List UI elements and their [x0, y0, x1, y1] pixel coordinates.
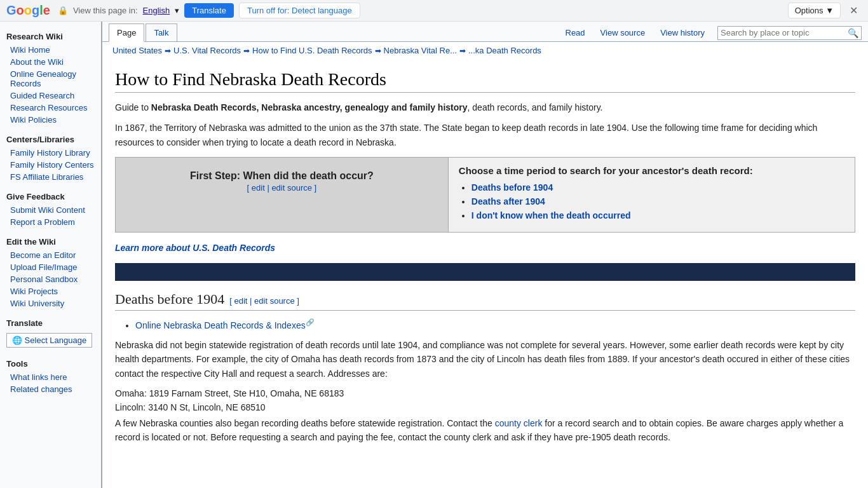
progress-bar — [115, 263, 855, 281]
tab-page[interactable]: Page — [109, 24, 144, 42]
lock-icon: 🔒 — [58, 6, 68, 15]
breadcrumb-us-death[interactable]: How to Find U.S. Death Records — [252, 46, 372, 55]
online-records-list-item: Online Nebraska Death Records & Indexes🔗 — [135, 318, 855, 330]
lead-bold: Nebraska Death Records, Nebraska ancestr… — [151, 102, 468, 112]
first-step-edit-link[interactable]: [ edit — [247, 183, 265, 193]
online-records-list: Online Nebraska Death Records & Indexes🔗 — [115, 318, 855, 330]
section1-heading: Deaths before 1904 [ edit | edit source … — [115, 291, 855, 311]
sidebar-item-online-genealogy[interactable]: Online Genealogy Records — [0, 68, 101, 90]
sidebar-item-wiki-policies[interactable]: Wiki Policies — [0, 114, 101, 126]
lincoln-address: Lincoln: 3140 N St, Lincoln, NE 68510 — [115, 402, 855, 412]
sidebar-item-what-links[interactable]: What links here — [0, 371, 101, 383]
breadcrumb-us[interactable]: United States — [112, 46, 162, 55]
tab-talk[interactable]: Talk — [146, 24, 177, 41]
first-step-heading: First Step: When did the death occur? [ … — [126, 170, 438, 193]
link-deaths-before-1904[interactable]: Deaths before 1904 — [471, 182, 553, 193]
list-item-deaths-before: Deaths before 1904 — [471, 182, 844, 193]
sidebar-section-title: Centers/Libraries — [0, 131, 101, 147]
body2-pre: A few Nebraska counties also began recor… — [115, 418, 495, 428]
omaha-address: Omaha: 1819 Farnam Street, Ste H10, Omah… — [115, 388, 855, 398]
sidebar-item-related-changes[interactable]: Related changes — [0, 383, 101, 395]
tab-view-source[interactable]: View source — [593, 24, 653, 41]
language-link[interactable]: English — [143, 6, 170, 15]
search-input[interactable] — [721, 28, 848, 37]
translate-bar: Google 🔒 View this page in: English▾ Tra… — [0, 0, 868, 22]
options-button[interactable]: Options ▼ — [788, 3, 841, 18]
tab-view-history[interactable]: View history — [653, 24, 712, 41]
breadcrumb-arrow-4: ➡ — [459, 46, 466, 55]
sidebar-item-about-wiki[interactable]: About the Wiki — [0, 56, 101, 68]
breadcrumb-nebraska-death[interactable]: ...ka Death Records — [468, 46, 541, 55]
sidebar-section-title: Research Wiki — [0, 28, 101, 44]
section1-edit-link[interactable]: [ edit — [229, 296, 247, 306]
lead-paragraph: Guide to Nebraska Death Records, Nebrask… — [115, 100, 855, 114]
sidebar-item-research-resources[interactable]: Research Resources — [0, 102, 101, 114]
sidebar-item-report-problem[interactable]: Report a Problem — [0, 216, 101, 228]
sidebar-item-wiki-projects[interactable]: Wiki Projects — [0, 285, 101, 297]
breadcrumb-arrow-2: ➡ — [243, 46, 250, 55]
page-wrapper: Research WikiWiki HomeAbout the WikiOnli… — [0, 22, 868, 488]
sidebar-section-give-feedback: Give FeedbackSubmit Wiki ContentReport a… — [0, 188, 101, 228]
county-clerk-link[interactable]: county clerk — [495, 418, 543, 428]
sidebar-section-title: Give Feedback — [0, 188, 101, 204]
sidebar-item-sandbox[interactable]: Personal Sandbox — [0, 273, 101, 285]
link-deaths-after-1904[interactable]: Deaths after 1904 — [471, 196, 545, 207]
sidebar-section-title: Tools — [0, 355, 101, 371]
link-dont-know[interactable]: I don't know when the death occurred — [471, 210, 631, 220]
choose-list: Deaths before 1904 Deaths after 1904 I d… — [459, 182, 844, 220]
section1-body2: A few Nebraska counties also began recor… — [115, 416, 855, 445]
breadcrumb-nebraska-vital[interactable]: Nebraska Vital Re... — [384, 46, 457, 55]
first-step-edit-links: [ edit | edit source ] — [247, 183, 317, 193]
lead-rest: , death records, and family history. — [468, 102, 603, 112]
sidebar-item-upload[interactable]: Upload File/Image — [0, 261, 101, 273]
breadcrumb: United States ➡ U.S. Vital Records ➡ How… — [102, 42, 868, 59]
external-link-icon: 🔗 — [306, 318, 315, 326]
sidebar-section-research-wiki: Research WikiWiki HomeAbout the WikiOnli… — [0, 28, 101, 126]
sidebar-item-wiki-home[interactable]: Wiki Home — [0, 44, 101, 56]
sidebar-item-guided-research[interactable]: Guided Research — [0, 90, 101, 102]
sidebar-section-title: Edit the Wiki — [0, 233, 101, 249]
tab-actions: Read View source View history 🔍 — [558, 24, 862, 41]
google-logo: Google — [6, 3, 50, 18]
tab-read[interactable]: Read — [558, 24, 593, 41]
tab-search-box: 🔍 — [717, 26, 862, 40]
sidebar-item-become-editor[interactable]: Become an Editor — [0, 249, 101, 261]
page-tabs: Page Talk Read View source View history … — [102, 22, 868, 42]
breadcrumb-vital[interactable]: U.S. Vital Records — [173, 46, 241, 55]
sidebar-item-fh-library[interactable]: Family History Library — [0, 147, 101, 159]
first-step-cell: First Step: When did the death occur? [ … — [116, 158, 449, 233]
link-online-records[interactable]: Online Nebraska Death Records & Indexes — [135, 320, 306, 330]
sidebar-section-edit-the-wiki: Edit the WikiBecome an EditorUpload File… — [0, 233, 101, 309]
info-table: First Step: When did the death occur? [ … — [115, 157, 855, 233]
sidebar-section-centerslibraries: Centers/LibrariesFamily History LibraryF… — [0, 131, 101, 183]
view-page-text: View this page in: — [73, 6, 138, 15]
choose-cell: Choose a time period to search for your … — [448, 158, 855, 233]
page-title: How to Find Nebraska Death Records — [115, 69, 855, 93]
translate-button[interactable]: Translate — [184, 3, 234, 18]
sidebar: Research WikiWiki HomeAbout the WikiOnli… — [0, 22, 102, 488]
learn-more-section: Learn more about U.S. Death Records — [115, 243, 855, 253]
learn-more-link[interactable]: Learn more about U.S. Death Records — [115, 243, 275, 253]
close-button[interactable]: ✕ — [846, 3, 862, 18]
sidebar-item-fs-affiliate[interactable]: FS Affiliate Libraries — [0, 171, 101, 183]
intro-paragraph: In 1867, the Territory of Nebraska was a… — [115, 121, 855, 149]
sidebar-item-submit-wiki[interactable]: Submit Wiki Content — [0, 204, 101, 216]
sidebar-item-wiki-university[interactable]: Wiki University — [0, 297, 101, 309]
section1-edit-source-link[interactable]: edit source ] — [254, 296, 299, 306]
sidebar-item-select-language[interactable]: 🌐 Select Language — [6, 333, 92, 348]
section1-edit-links: [ edit | edit source ] — [229, 296, 299, 306]
main-content: How to Find Nebraska Death Records Guide… — [102, 59, 868, 463]
turn-off-button[interactable]: Turn off for: Detect language — [239, 3, 360, 18]
breadcrumb-arrow-1: ➡ — [165, 46, 171, 55]
search-button[interactable]: 🔍 — [848, 28, 858, 38]
sidebar-section-translate: Translate🌐 Select Language — [0, 315, 101, 350]
sidebar-section-tools: ToolsWhat links hereRelated changes — [0, 355, 101, 395]
section1-body1: Nebraska did not begin statewide registr… — [115, 338, 855, 381]
breadcrumb-arrow-3: ➡ — [375, 46, 381, 55]
list-item-dont-know: I don't know when the death occurred — [471, 210, 844, 220]
list-item-deaths-after: Deaths after 1904 — [471, 196, 844, 207]
sidebar-item-fh-centers[interactable]: Family History Centers — [0, 159, 101, 171]
choose-heading: Choose a time period to search for your … — [459, 165, 844, 176]
first-step-edit-source-link[interactable]: edit source ] — [271, 183, 316, 193]
content-area: Page Talk Read View source View history … — [102, 22, 868, 488]
